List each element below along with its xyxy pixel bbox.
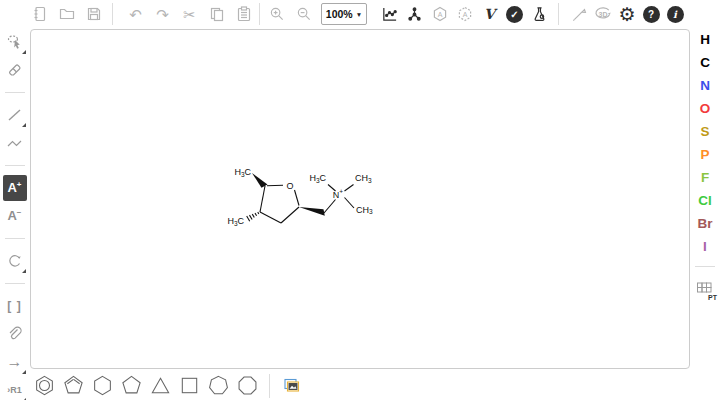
layout-button[interactable] (377, 2, 402, 26)
bond-c5-c4[interactable] (281, 207, 299, 223)
reaction-arrow-tool[interactable]: → (3, 349, 27, 375)
atom-label-nitrogen[interactable]: N+ (333, 188, 344, 200)
system-group: 3D ⚙ ? i (567, 0, 687, 28)
open-icon (59, 6, 75, 22)
drawing-canvas[interactable]: H3C O H3C N+ H3C CH3 CH3 (30, 29, 690, 369)
zoom-in-icon (269, 6, 286, 23)
template-cyclohexane[interactable] (90, 373, 115, 399)
element-Br[interactable]: Br (693, 213, 717, 234)
element-F[interactable]: F (693, 167, 717, 188)
element-H[interactable]: H (693, 29, 717, 50)
charge-minus-tool[interactable]: A− (3, 203, 27, 229)
calculate-values-button[interactable] (527, 2, 552, 26)
3d-viewer-button[interactable]: 3D (591, 2, 615, 26)
cyclohexane-icon (91, 374, 114, 397)
dearomatize-button[interactable]: A (452, 2, 477, 26)
calculate-cip-button[interactable]: V (477, 2, 502, 26)
gear-icon: ⚙ (618, 5, 635, 24)
bond-c4-c3[interactable] (260, 212, 281, 223)
template-cyclobutane[interactable] (177, 373, 202, 399)
molecule-structure[interactable]: H3C O H3C N+ H3C CH3 CH3 (216, 151, 386, 241)
atom-label-methyl-top[interactable]: H3C (234, 167, 251, 178)
zoom-in-button[interactable] (264, 2, 291, 26)
save-button[interactable] (80, 2, 107, 26)
rotate-tool[interactable] (3, 248, 27, 274)
attach-tool[interactable] (3, 321, 27, 347)
clean-up-button[interactable] (402, 2, 427, 26)
periodic-table-label: PT (708, 294, 717, 301)
cyclopentane-icon (120, 374, 143, 397)
bond-n-methyl-ne[interactable] (345, 185, 354, 192)
aromatize-button[interactable]: A (427, 2, 452, 26)
new-document-button[interactable] (26, 2, 53, 26)
help-icon: ? (643, 6, 660, 23)
zoom-out-button[interactable] (291, 2, 318, 26)
atom-label-methyl-left[interactable]: H3C (227, 216, 244, 227)
template-benzene[interactable] (32, 373, 57, 399)
chain-tool[interactable] (3, 130, 27, 156)
layout-icon (381, 6, 398, 23)
element-Cl[interactable]: Cl (693, 190, 717, 211)
cut-button[interactable]: ✂ (176, 2, 203, 26)
save-icon (86, 6, 102, 22)
charge-minus-icon: A− (7, 209, 21, 222)
open-button[interactable] (53, 2, 80, 26)
lasso-select-icon (6, 33, 24, 51)
template-cyclopropane[interactable] (148, 373, 173, 399)
charge-plus-icon: A+ (7, 181, 21, 194)
erase-tool[interactable] (3, 57, 27, 83)
divider (5, 165, 25, 166)
recognize-button[interactable] (567, 2, 591, 26)
bond-o-c5[interactable] (295, 190, 300, 206)
zoom-level-select[interactable]: 100% ▼ (321, 3, 367, 25)
divider (695, 266, 715, 267)
undo-button[interactable]: ↶ (122, 2, 149, 26)
eraser-icon (6, 61, 24, 79)
help-button[interactable]: ? (639, 2, 663, 26)
atom-label-n-methyl-nw[interactable]: H3C (309, 173, 326, 184)
check-structure-icon: ✓ (506, 6, 523, 23)
charge-plus-tool[interactable]: A+ (3, 175, 27, 201)
bond-c3-c2[interactable] (260, 186, 265, 212)
bond-c2-o[interactable] (267, 185, 283, 186)
periodic-table-button[interactable]: PT (693, 277, 717, 301)
settings-button[interactable]: ⚙ (615, 2, 639, 26)
file-group (26, 0, 107, 28)
copy-icon (209, 6, 225, 22)
template-cyclopentadiene[interactable] (61, 373, 86, 399)
element-I[interactable]: I (693, 236, 717, 257)
check-structure-button[interactable]: ✓ (502, 2, 527, 26)
element-S[interactable]: S (693, 121, 717, 142)
bond-n-methyl-se[interactable] (345, 198, 355, 209)
atom-label-oxygen[interactable]: O (286, 181, 293, 191)
lasso-select-tool[interactable] (3, 29, 27, 55)
atom-label-n-methyl-ne[interactable]: CH3 (355, 173, 372, 184)
element-C[interactable]: C (693, 52, 717, 73)
atom-label-n-methyl-se[interactable]: CH3 (356, 205, 373, 216)
template-cyclopentane[interactable] (119, 373, 144, 399)
3d-viewer-icon: 3D (594, 5, 612, 23)
single-bond-tool[interactable] (3, 102, 27, 128)
template-cycloheptane[interactable] (206, 373, 231, 399)
divider (5, 238, 25, 239)
chain-icon (6, 134, 24, 152)
redo-button[interactable]: ↷ (149, 2, 176, 26)
paste-button[interactable] (230, 2, 257, 26)
copy-button[interactable] (203, 2, 230, 26)
rotate-icon (6, 252, 24, 270)
bond-ch2-n[interactable] (324, 200, 336, 214)
template-cyclooctane[interactable] (235, 373, 260, 399)
hash-wedge-bond-methyl-left[interactable] (247, 212, 259, 221)
wedge-bond-c5-ch2[interactable] (299, 207, 325, 216)
template-library-button[interactable] (279, 373, 304, 399)
svg-text:A: A (462, 11, 467, 18)
wedge-bond-methyl-top[interactable] (252, 173, 268, 188)
element-P[interactable]: P (693, 144, 717, 165)
element-N[interactable]: N (693, 75, 717, 96)
about-button[interactable]: i (663, 2, 687, 26)
left-toolbar: A+ A− [ ] → ›R1 (0, 28, 29, 400)
dropdown-corner (22, 269, 26, 273)
element-O[interactable]: O (693, 98, 717, 119)
rgroup-tool[interactable]: ›R1 (3, 377, 27, 400)
sgroup-tool[interactable]: [ ] (3, 293, 27, 319)
